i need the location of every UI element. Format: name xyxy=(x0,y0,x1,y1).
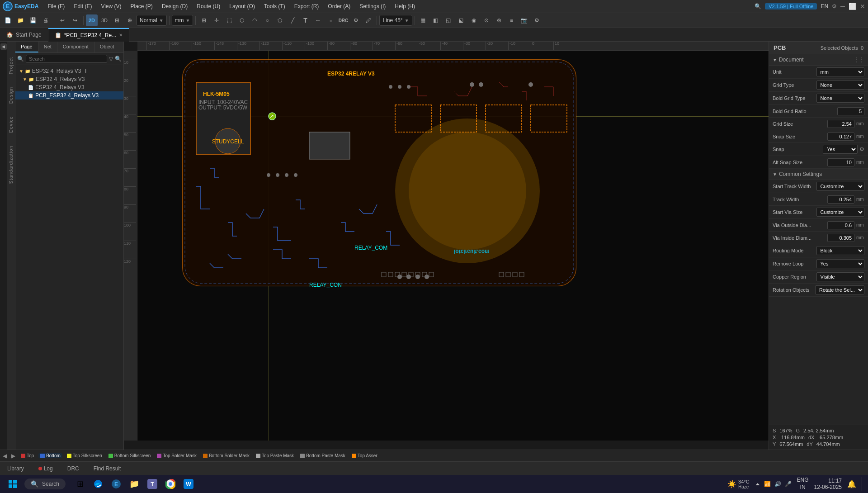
minimize-button[interactable]: ─ xyxy=(840,3,845,10)
show-desktop-button[interactable] xyxy=(862,477,863,491)
common-section-header[interactable]: ▼ Common Settings xyxy=(769,169,868,180)
mode-dropdown[interactable]: Normal ▼ xyxy=(137,15,167,26)
redo-button[interactable]: ↪ xyxy=(69,14,81,26)
menu-layout[interactable]: Layout (O) xyxy=(226,2,259,10)
pick-button[interactable]: 🖊 xyxy=(363,14,374,26)
menu-export[interactable]: Export (R) xyxy=(291,2,323,10)
taskbar-easyeda-icon[interactable]: E xyxy=(109,477,123,491)
maximize-button[interactable]: ⬜ xyxy=(849,3,856,10)
snap-grid-button[interactable]: ⊞ xyxy=(111,14,123,26)
cursor-button[interactable]: ✛ xyxy=(211,14,222,26)
open-file-button[interactable]: 📁 xyxy=(14,14,26,26)
sidebar-search-submit-icon[interactable]: 🔍 xyxy=(115,56,122,62)
line-mode-dropdown[interactable]: Line 45° ▼ xyxy=(379,15,412,26)
menu-place[interactable]: Place (P) xyxy=(127,2,156,10)
layer-bottom-silkscreen[interactable]: Bottom Silkscreen xyxy=(107,453,153,458)
fab-button[interactable]: ◧ xyxy=(430,14,442,26)
routing-mode-select[interactable]: BlockNormalHighlight xyxy=(816,246,865,255)
taskbar-edge-icon[interactable] xyxy=(91,477,105,491)
snap-settings-icon[interactable]: ⚙ xyxy=(859,146,864,152)
sidebar-tab-component[interactable]: Component xyxy=(57,42,94,52)
taskbar-app-icon-2[interactable]: W xyxy=(181,477,196,491)
drc-button[interactable]: DRC xyxy=(337,14,349,26)
taskbar-teams-icon[interactable]: T xyxy=(145,477,160,491)
unit-dropdown[interactable]: mm ▼ xyxy=(172,15,193,26)
origin-button[interactable]: ⊕ xyxy=(124,14,136,26)
layer-top-paste-mask[interactable]: Top Paste Mask xyxy=(254,453,296,458)
canvas-area[interactable]: -170 -160 -150 -148 -130 -120 -110 -100 … xyxy=(124,42,769,450)
microphone-icon[interactable]: 🎤 xyxy=(785,481,792,487)
select-button[interactable]: ⬚ xyxy=(223,14,235,26)
project-label[interactable]: Project xyxy=(8,55,14,76)
grid-button[interactable]: ⊞ xyxy=(198,14,210,26)
bottom-tab-drc[interactable]: DRC xyxy=(64,464,83,474)
bold-grid-ratio-input[interactable] xyxy=(837,107,864,115)
bottom-tab-find-result[interactable]: Find Result xyxy=(90,464,125,474)
circle-button[interactable]: ○ xyxy=(261,14,273,26)
copper-pour-button[interactable]: ⬕ xyxy=(455,14,467,26)
sidebar-search-input[interactable] xyxy=(26,55,107,63)
search-icon[interactable]: 🔍 xyxy=(755,3,761,9)
windows-start-button[interactable] xyxy=(5,476,21,492)
layer-bottom-solder-mask[interactable]: Bottom Solder Mask xyxy=(201,453,251,458)
layer-top-silkscreen[interactable]: Top Silkscreen xyxy=(65,453,104,458)
design-rules-button[interactable]: ◱ xyxy=(443,14,454,26)
print-button[interactable]: 🖨 xyxy=(40,14,52,26)
undo-button[interactable]: ↩ xyxy=(57,14,68,26)
pad-button[interactable]: ◉ xyxy=(468,14,480,26)
sidebar-tab-page[interactable]: Page xyxy=(15,42,38,52)
line-button[interactable]: ╱ xyxy=(287,14,298,26)
more-tools-button[interactable]: ⚙ xyxy=(531,14,543,26)
layer-top-asser[interactable]: Top Asser xyxy=(350,453,379,458)
notifications-icon[interactable]: 🔔 xyxy=(847,480,856,488)
rotation-objects-select[interactable]: Rotate the Sel...Rotate All xyxy=(815,285,864,294)
via-outside-dia-input[interactable] xyxy=(827,221,854,229)
via-inside-diam-input[interactable] xyxy=(827,234,854,242)
tray-up-icon[interactable]: ⏶ xyxy=(755,481,760,487)
layer-scroll-left[interactable]: ◀ xyxy=(2,453,8,459)
layer-bottom[interactable]: Bottom xyxy=(38,453,62,458)
copper-region-select[interactable]: VisibleHidden xyxy=(816,272,865,281)
device-label[interactable]: Device xyxy=(8,114,14,135)
sidebar-filter-icon[interactable]: ▽ xyxy=(109,56,113,62)
remove-loop-select[interactable]: YesNo xyxy=(816,259,865,268)
tree-item-root[interactable]: ▼ 📁 ESP32 4_Relays V3_T xyxy=(15,67,123,75)
sidebar-tab-net[interactable]: Net xyxy=(38,42,57,52)
snap-size-input[interactable] xyxy=(827,133,854,141)
track-width-input[interactable] xyxy=(827,195,854,204)
standardization-label[interactable]: Standardization xyxy=(8,144,14,186)
save-file-button[interactable]: 💾 xyxy=(27,14,39,26)
arc-button[interactable]: ◠ xyxy=(249,14,260,26)
menu-edit[interactable]: Edit (E) xyxy=(70,2,95,10)
menu-file[interactable]: File (F) xyxy=(44,2,68,10)
view-3d-button[interactable]: 3D xyxy=(99,14,110,26)
layer-top[interactable]: Top xyxy=(19,453,36,458)
component-button[interactable]: ⬡ xyxy=(236,14,248,26)
taskbar-chrome-icon[interactable] xyxy=(163,477,178,491)
shape-button[interactable]: ⬦ xyxy=(325,14,336,26)
start-track-width-select[interactable]: Customize0.10.254 xyxy=(816,182,865,191)
clock-widget[interactable]: 11:17 12-06-2025 xyxy=(814,478,842,490)
view-2d-button[interactable]: 2D xyxy=(86,14,98,26)
pcb-canvas[interactable]: ESP32 4RELAY V3 HLK-5M05 INPUT: 100-240V… xyxy=(137,51,769,441)
tree-item-schematic[interactable]: 📄 ESP32 4_Relays V3 xyxy=(15,83,123,91)
tree-item-level1[interactable]: ▼ 📁 ESP32 4_Relays V3 xyxy=(15,75,123,83)
network-icon[interactable]: 📶 xyxy=(764,481,771,487)
taskbar-search-box[interactable]: 🔍 Search xyxy=(24,479,66,489)
inspect-button[interactable]: ⚙ xyxy=(350,14,362,26)
document-section-header[interactable]: ▼ Document ⋮⋮ xyxy=(769,54,868,66)
start-via-size-select[interactable]: Customize xyxy=(816,208,865,217)
keepout-button[interactable]: ⊗ xyxy=(493,14,505,26)
menu-route[interactable]: Route (U) xyxy=(193,2,224,10)
taskbar-widget-icon[interactable]: ⊞ xyxy=(73,477,87,491)
design-label[interactable]: Design xyxy=(8,85,14,105)
layer-scroll-right[interactable]: ▶ xyxy=(10,453,16,459)
menu-settings[interactable]: Settings (I) xyxy=(356,2,389,10)
menu-view[interactable]: View (V) xyxy=(97,2,125,10)
tab-pcb[interactable]: 📋 *PCB_ESP32 4_Re... ✕ xyxy=(48,28,129,42)
menu-design[interactable]: Design (D) xyxy=(158,2,191,10)
close-button[interactable]: ✕ xyxy=(860,3,865,10)
settings-icon[interactable]: ⚙ xyxy=(832,3,837,9)
taskbar-file-explorer-icon[interactable]: 📁 xyxy=(127,477,142,491)
layer-mgr-button[interactable]: ▦ xyxy=(417,14,429,26)
